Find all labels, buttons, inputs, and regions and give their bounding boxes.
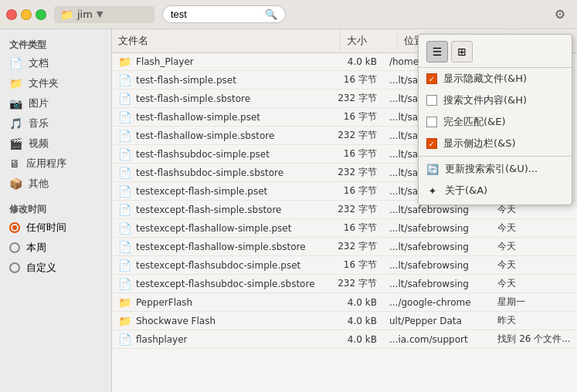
sidebar-item-music-label: 音乐: [29, 117, 49, 130]
file-location: ...lt/safebrowsing: [383, 219, 491, 238]
file-types-label: 文件类型: [0, 35, 111, 53]
file-name-cell: 📄 test-flashallow-simple.pset: [112, 108, 329, 127]
sidebar-radio-thisweek[interactable]: 本周: [0, 238, 111, 258]
file-date: 今天: [491, 238, 577, 256]
doc-icon: 📄: [118, 222, 131, 235]
sidebar-item-videos[interactable]: 🎬 视频: [0, 133, 111, 154]
sidebar-item-others[interactable]: 📦 其他: [0, 174, 111, 194]
modified-label: 修改时间: [0, 200, 111, 218]
radio-custom-circle: [9, 262, 20, 273]
sidebar-item-apps[interactable]: 🖥 应用程序: [0, 154, 111, 174]
file-name: Flash_Player: [136, 56, 194, 67]
file-name: test-flashsubdoc-simple.sbstore: [136, 167, 283, 178]
menu-exact-match[interactable]: 完全匹配(&E): [419, 111, 572, 133]
file-location: ...lt/safebrowsing: [383, 275, 491, 293]
table-row[interactable]: 📁 Shockwave Flash 4.0 kB ult/Pepper Data…: [112, 312, 577, 330]
doc-icon: 📄: [118, 167, 131, 179]
doc-icon: 📄: [118, 111, 131, 123]
sidebar-item-others-label: 其他: [29, 177, 49, 191]
search-content-checkbox: [426, 95, 437, 106]
file-name: testexcept-flashallow-simple.pset: [136, 223, 291, 234]
search-bar[interactable]: 🔍: [162, 5, 286, 23]
doc-icon: 📄: [9, 57, 22, 69]
doc-icon: 📄: [118, 259, 131, 272]
close-button[interactable]: [6, 9, 17, 20]
col-header-size[interactable]: 大小: [341, 29, 398, 53]
file-name-cell: 📄 test-flashsubdoc-simple.sbstore: [112, 164, 329, 182]
sidebar-item-folders-label: 文件夹: [29, 76, 59, 90]
sidebar-item-photos-label: 图片: [29, 96, 49, 110]
menu-about[interactable]: ✦ 关于(&A): [419, 180, 572, 201]
sidebar-item-photos[interactable]: 📷 图片: [0, 93, 111, 113]
sidebar-radio-anytime[interactable]: 任何时间: [0, 218, 111, 238]
table-row[interactable]: 📁 PepperFlash 4.0 kB .../google-chrome 星…: [112, 293, 577, 312]
exact-match-label: 完全匹配(&E): [443, 115, 506, 129]
menu-show-sidebar[interactable]: ✓ 显示侧边栏(&S): [419, 133, 572, 154]
menu-search-content[interactable]: 搜索文件内容(&H): [419, 90, 572, 111]
maximize-button[interactable]: [36, 9, 46, 20]
file-size: 4.0 kB: [329, 53, 383, 71]
file-name-cell: 📄 testexcept-flashsubdoc-simple.sbstore: [112, 275, 329, 293]
file-name-cell: 📄 test-flashallow-simple.sbstore: [112, 127, 329, 145]
app-icon: 🖥: [9, 157, 20, 170]
radio-thisweek-label: 本周: [26, 241, 46, 255]
refresh-icon: 🔄: [426, 164, 439, 175]
gear-button[interactable]: ⚙: [549, 4, 571, 25]
file-date: 星期一: [491, 293, 577, 312]
file-size: 16 字节: [329, 145, 383, 164]
grid-view-button[interactable]: ⊞: [451, 41, 473, 63]
file-size: 16 字节: [329, 71, 383, 90]
file-name-cell: 📄 testexcept-flashsubdoc-simple.pset: [112, 256, 329, 275]
photo-icon: 📷: [9, 97, 22, 110]
table-row[interactable]: 📄 testexcept-flashsubdoc-simple.sbstore …: [112, 275, 577, 293]
file-name-cell: 📄 flashplayer: [112, 330, 329, 349]
main-layout: 文件类型 📄 文档 📁 文件夹 📷 图片 🎵 音乐 🎬 视频 🖥 应用程序 📦 …: [0, 29, 577, 392]
dropdown-arrow-icon: ▼: [97, 9, 103, 19]
file-name: test-flash-simple.pset: [136, 75, 236, 86]
doc-icon: 📄: [118, 93, 131, 105]
file-name-cell: 📁 PepperFlash: [112, 293, 329, 312]
sidebar-item-folders[interactable]: 📁 文件夹: [0, 73, 111, 93]
file-date: 今天: [491, 275, 577, 293]
table-row[interactable]: 📄 testexcept-flashsubdoc-simple.pset 16 …: [112, 256, 577, 275]
sidebar-radio-custom[interactable]: 自定义: [0, 258, 111, 278]
file-size: 232 字节: [329, 238, 383, 256]
file-name-cell: 📄 testexcept-flashallow-simple.pset: [112, 219, 329, 238]
sidebar-item-docs[interactable]: 📄 文档: [0, 53, 111, 73]
table-row[interactable]: 📄 flashplayer 4.0 kB ...ia.com/support 找…: [112, 330, 577, 349]
file-size: 232 字节: [329, 201, 383, 219]
menu-separator: [419, 156, 572, 157]
col-header-name[interactable]: 文件名: [112, 29, 341, 53]
menu-show-hidden[interactable]: ✓ 显示隐藏文件(&H): [419, 68, 572, 90]
menu-update-index[interactable]: 🔄 更新搜索索引(&U)...: [419, 158, 572, 180]
file-location: .../google-chrome: [383, 293, 491, 312]
radio-anytime-circle: [9, 222, 20, 233]
search-icon[interactable]: 🔍: [265, 8, 277, 20]
doc-icon: 📄: [118, 278, 131, 290]
sidebar-item-music[interactable]: 🎵 音乐: [0, 113, 111, 133]
location-bar[interactable]: 📁 jim ▼: [54, 6, 154, 23]
list-view-button[interactable]: ☰: [426, 41, 448, 63]
file-name-cell: 📄 test-flash-simple.pset: [112, 71, 329, 90]
file-date: 今天: [491, 256, 577, 275]
radio-thisweek-circle: [9, 242, 20, 253]
table-row[interactable]: 📄 testexcept-flashallow-simple.pset 16 字…: [112, 219, 577, 238]
music-icon: 🎵: [9, 117, 22, 130]
file-date: 找到 26 个文件...: [491, 330, 577, 349]
file-location: ...ia.com/support: [383, 330, 491, 349]
file-size: 4.0 kB: [329, 330, 383, 349]
search-content-label: 搜索文件内容(&H): [443, 93, 527, 107]
file-size: 232 字节: [329, 127, 383, 145]
file-location: ...lt/safebrowsing: [383, 256, 491, 275]
file-name-cell: 📄 testexcept-flash-simple.sbstore: [112, 201, 329, 219]
show-sidebar-checkbox: ✓: [426, 138, 437, 149]
others-icon: 📦: [9, 177, 22, 190]
file-name: test-flash-simple.sbstore: [136, 93, 250, 104]
folder-icon: 📁: [118, 296, 131, 309]
file-name: testexcept-flash-simple.pset: [136, 186, 267, 197]
file-name: testexcept-flash-simple.sbstore: [136, 204, 281, 215]
search-input[interactable]: [171, 8, 260, 20]
minimize-button[interactable]: [21, 9, 32, 20]
table-row[interactable]: 📄 testexcept-flashallow-simple.sbstore 2…: [112, 238, 577, 256]
titlebar: 📁 jim ▼ 🔍 ⚙: [0, 0, 577, 29]
